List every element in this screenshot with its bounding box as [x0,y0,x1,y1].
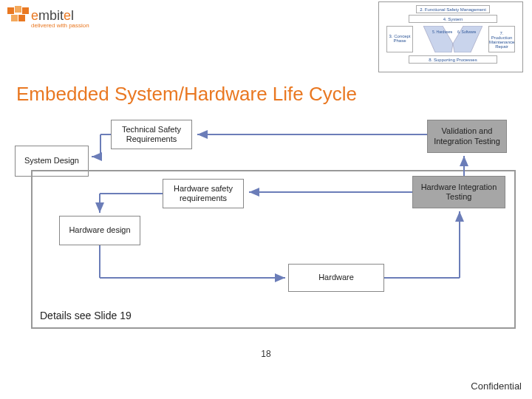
slide-title: Embedded System/Hardware Life Cycle [16,83,357,106]
mini-box-left: 3. Concept Phase [386,26,413,52]
mini-box-right: 7. Production Maintenance Repair [488,26,515,52]
box-validation: Validation and Integration Testing [427,120,507,153]
page-number: 18 [0,349,532,359]
box-hw-int-test: Hardware Integration Testing [412,176,505,208]
box-hw-design: Hardware design [59,216,140,245]
lifecycle-diagram: Technical Safety Requirements Validation… [15,112,517,334]
svg-rect-3 [11,15,18,21]
svg-rect-0 [7,7,14,14]
svg-rect-2 [22,7,29,14]
footer-confidential: Confidential [471,381,522,392]
mini-row-3: 8. Supporting Processes [409,55,497,64]
mini-diagram: 2. Functional Safety Management 4. Syste… [378,1,523,72]
svg-rect-1 [15,6,21,13]
svg-rect-4 [18,15,25,21]
mini-row-2: 4. System [409,15,497,23]
mini-row-1: 2. Functional Safety Management [416,5,490,13]
box-hw-safety-req: Hardware safety requirements [163,179,244,208]
svg-text:6. Software: 6. Software [457,30,477,34]
details-label: Details see Slide 19 [40,310,132,321]
svg-text:5. Hardware: 5. Hardware [432,30,452,34]
mini-v-shape: 5. Hardware 6. Software [423,26,482,52]
logo-text: embitel [31,8,74,24]
box-hardware: Hardware [288,264,384,292]
logo-tagline: delivered with passion [31,22,89,29]
logo-icon [7,6,30,25]
box-tech-safety-req: Technical Safety Requirements [111,120,192,149]
